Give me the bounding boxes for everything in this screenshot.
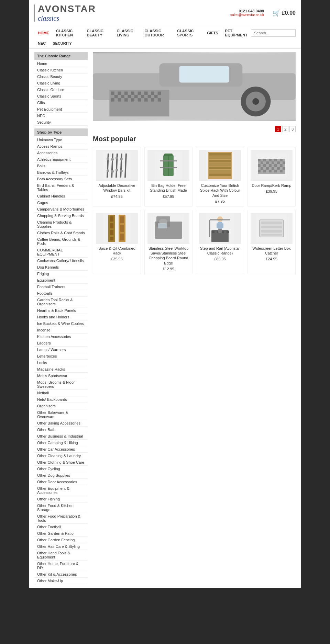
sidebar-item-mops[interactable]: Mops, Brooms & Floor Sweepers <box>34 379 88 390</box>
sidebar-item-cages[interactable]: Cages <box>34 200 88 206</box>
sidebar-item-classic-beauty[interactable]: Classic Beauty <box>34 74 88 80</box>
sidebar-item-barrows[interactable]: Barrows & Trolleys <box>34 169 88 176</box>
page-1[interactable]: 1 <box>275 126 281 132</box>
sidebar-item-classic-living[interactable]: Classic Living <box>34 80 88 87</box>
sidebar-item-netball[interactable]: Netball <box>34 390 88 396</box>
sidebar-item-other-baking[interactable]: Other Baking Accessories <box>34 420 88 427</box>
svg-rect-74 <box>269 164 272 167</box>
sidebar-item-clothes-rails[interactable]: Clothes Rails & Coat Stands <box>34 230 88 236</box>
cart-icon[interactable]: 🛒 <box>273 9 280 17</box>
sidebar-item-pet-equipment[interactable]: Pet Equipment <box>34 106 88 113</box>
sidebar-item-other-door[interactable]: Other Door Accessories <box>34 479 88 485</box>
product-card[interactable]: Customize Your British Spice Rack With C… <box>196 147 244 206</box>
sidebar-item-other-clothing[interactable]: Other Clothing & Shoe Care <box>34 459 88 466</box>
nav-classic-living[interactable]: CLASSIC LIVING <box>113 26 141 40</box>
sidebar-item-security[interactable]: Security <box>34 119 88 126</box>
nav-security[interactable]: SECURITY <box>49 40 75 47</box>
sidebar-item-hooks[interactable]: Hooks and Holders <box>34 314 88 320</box>
sidebar-item-dog-kennels[interactable]: Dog Kennels <box>34 264 88 271</box>
sidebar-item-other-hair[interactable]: Other Hair Care & Styling <box>34 543 88 550</box>
sidebar-item-footballs[interactable]: Footballs <box>34 290 88 297</box>
nav-classic-outdoor[interactable]: CLASSIC OUTDOOR <box>141 26 174 40</box>
sidebar-item-organisers[interactable]: Organisers <box>34 403 88 409</box>
product-card[interactable]: Stainless Steel Worktop Saver/Stainless … <box>144 210 192 274</box>
product-card[interactable]: Step and Rail (Avonstar Classic Range) £… <box>196 210 244 274</box>
sidebar-item-other-dog[interactable]: Other Dog Supplies <box>34 472 88 479</box>
sidebar-item-cabinet-handles[interactable]: Cabinet Handles <box>34 193 88 200</box>
sidebar-item-letterboxes[interactable]: Letterboxes <box>34 353 88 360</box>
sidebar-item-edging[interactable]: Edging <box>34 271 88 277</box>
sidebar-item-kitchen-accessories[interactable]: Kitchen Accessories <box>34 334 88 340</box>
page-2[interactable]: 2 <box>282 126 288 132</box>
sidebar-item-nets[interactable]: Nets/ Backboards <box>34 396 88 403</box>
sidebar-item-lamps[interactable]: Lamps/ Warmers <box>34 347 88 353</box>
sidebar-item-other-makeup[interactable]: Other Make-Up <box>34 578 88 584</box>
sidebar-item-other-home[interactable]: Other Home, Furniture & DIY <box>34 561 88 571</box>
sidebar-item-athletics[interactable]: Athletics Equipment <box>34 156 88 163</box>
nav-home[interactable]: HOME <box>34 28 53 38</box>
sidebar-item-other-garden[interactable]: Other Garden & Patio <box>34 530 88 537</box>
sidebar-item-cleaning[interactable]: Cleaning Products & Supplies <box>34 219 88 230</box>
svg-rect-22 <box>154 95 158 98</box>
nav-pet-equipment[interactable]: PET EQUIPMENT <box>222 26 251 40</box>
search-input[interactable] <box>251 29 296 37</box>
sidebar-item-coffee[interactable]: Coffee Beans, Grounds & Pods <box>34 236 88 247</box>
nav-nec[interactable]: NEC <box>34 40 49 47</box>
sidebar-item-other-bakeware[interactable]: Other Bakeware & Ovenware <box>34 409 88 420</box>
sidebar-item-incense[interactable]: Incense <box>34 327 88 334</box>
sidebar-item-other-business[interactable]: Other Business & Industrial <box>34 433 88 440</box>
sidebar-item-other-equipment[interactable]: Other Equipment & Accessories <box>34 485 88 496</box>
nav-classic-kitchen[interactable]: CLASSIC KITCHEN <box>53 26 84 40</box>
sidebar-item-other-camping[interactable]: Other Camping & Hiking <box>34 440 88 446</box>
sidebar-item-chopping[interactable]: Chopping & Serving Boards <box>34 213 88 219</box>
sidebar-item-other-cleaning[interactable]: Other Cleaning & Laundry <box>34 453 88 459</box>
sidebar-item-equipment[interactable]: Equipment <box>34 277 88 284</box>
sidebar-item-bird-baths[interactable]: Bird Baths, Feeders & Tables <box>34 182 88 193</box>
sidebar-item-gifts[interactable]: Gifts <box>34 100 88 106</box>
sidebar-item-other-bath[interactable]: Other Bath <box>34 427 88 433</box>
sidebar-item-other-hand-tools[interactable]: Other Hand Tools & Equipment <box>34 550 88 561</box>
sidebar-item-home[interactable]: Home <box>34 60 88 67</box>
sidebar-item-campervans[interactable]: Campervans & Motorhomes <box>34 206 88 213</box>
sidebar-item-commercial[interactable]: COMMERCIAL EQUIPMENT <box>34 247 88 258</box>
sidebar-item-ladders[interactable]: Ladders <box>34 340 88 347</box>
sidebar-item-other-fishing[interactable]: Other Fishing <box>34 496 88 502</box>
sidebar-item-magazine-racks[interactable]: Magazine Racks <box>34 366 88 373</box>
page-3[interactable]: 3 <box>289 126 296 132</box>
sidebar-item-other-food-prep[interactable]: Other Food Preparation & Tools <box>34 513 88 524</box>
sidebar-item-football-trainers[interactable]: Football Trainers <box>34 284 88 290</box>
sidebar-item-other-food-storage[interactable]: Other Food & Kitchen Storage <box>34 502 88 513</box>
svg-rect-71 <box>283 161 285 164</box>
product-card[interactable]: Door Ramp/Kerb Ramp £39.95 <box>248 147 296 206</box>
sidebar-item-classic-outdoor[interactable]: Classic Outdoor <box>34 87 88 93</box>
sidebar-item-accessories[interactable]: Accessories <box>34 150 88 156</box>
sidebar-item-other-football[interactable]: Other Football <box>34 524 88 530</box>
sidebar-item-bath-sets[interactable]: Bath Accessory Sets <box>34 176 88 182</box>
sidebar-item-other-garden-fencing[interactable]: Other Garden Fencing <box>34 537 88 543</box>
product-card[interactable]: Widescreen Letter Box Catcher £24.95 <box>248 210 296 274</box>
sidebar-item-other-car[interactable]: Other Car Accessories <box>34 446 88 453</box>
sidebar-item-unknown-type[interactable]: Unknown Type <box>34 137 88 143</box>
sidebar-item-nec[interactable]: NEC <box>34 113 88 119</box>
product-card[interactable]: Adjustable Decorative Window Bars kit £7… <box>93 147 141 206</box>
nav-gifts[interactable]: GIFTS <box>204 28 221 38</box>
sidebar-item-locks[interactable]: Locks <box>34 360 88 366</box>
sidebar-item-cookware[interactable]: Cookware/ Cutlery/ Utensils <box>34 258 88 264</box>
svg-rect-25 <box>124 98 128 102</box>
svg-rect-72 <box>258 164 261 167</box>
sidebar-item-garden-tool-racks[interactable]: Garden Tool Racks & Organisers <box>34 297 88 307</box>
sidebar-item-balls[interactable]: Balls <box>34 163 88 169</box>
product-card[interactable]: Bin Bag Holder Free Standing British Mad… <box>144 147 192 206</box>
sidebar-item-classic-kitchen[interactable]: Classic Kitchen <box>34 67 88 74</box>
sidebar-item-access-ramps[interactable]: Access Ramps <box>34 143 88 150</box>
product-card[interactable]: Spice & Oil Combined Rack £35.95 <box>93 210 141 274</box>
search-box[interactable] <box>251 29 296 37</box>
nav-classic-beauty[interactable]: CLASSIC BEAUTY <box>84 26 113 40</box>
sidebar-item-hearths[interactable]: Hearths & Back Panels <box>34 307 88 314</box>
sidebar-item-ice-buckets[interactable]: Ice Buckets & Wine Coolers <box>34 320 88 327</box>
nav-classic-sports[interactable]: CLASSIC SPORTS <box>174 26 204 40</box>
sidebar-item-other-cycling[interactable]: Other Cycling <box>34 466 88 472</box>
sidebar-item-classic-sports[interactable]: Classic Sports <box>34 93 88 100</box>
sidebar-item-mens-sportswear[interactable]: Men's Sportswear <box>34 373 88 379</box>
sidebar-item-other-kit[interactable]: Other Kit & Accessories <box>34 571 88 578</box>
